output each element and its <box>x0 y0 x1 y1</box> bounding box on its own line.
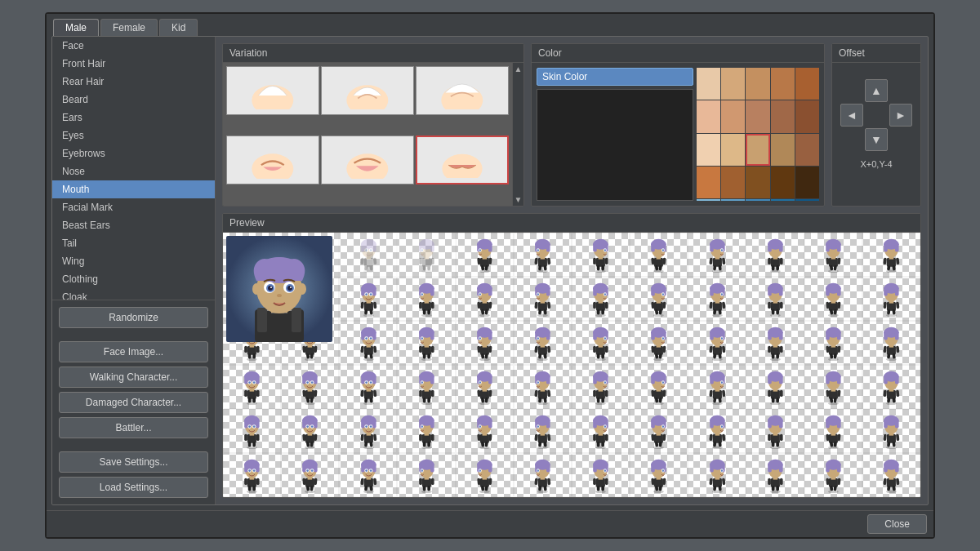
face-image-button[interactable]: Face Image... <box>59 341 208 362</box>
damaged-character-button[interactable]: Damaged Character... <box>59 392 208 413</box>
svg-rect-169 <box>826 242 830 251</box>
color-swatch-18[interactable] <box>771 167 795 198</box>
svg-rect-607 <box>721 389 725 397</box>
close-button[interactable]: Close <box>867 514 927 534</box>
color-swatch-14[interactable] <box>795 134 819 166</box>
color-swatch-23[interactable] <box>771 199 795 201</box>
color-swatch-15[interactable] <box>697 167 720 198</box>
offset-down-button[interactable]: ▼ <box>865 128 888 151</box>
svg-rect-465 <box>771 353 774 358</box>
svg-rect-810 <box>248 486 252 491</box>
tab-kid[interactable]: Kid <box>159 19 198 36</box>
svg-point-123 <box>653 269 664 273</box>
offset-right-button[interactable]: ► <box>889 104 912 127</box>
color-swatch-8[interactable] <box>771 100 795 132</box>
tab-male[interactable]: Male <box>53 19 99 36</box>
variation-scroll-up[interactable]: ▲ <box>514 64 523 73</box>
color-swatch-2[interactable] <box>746 68 769 100</box>
color-swatch-1[interactable] <box>721 68 745 100</box>
color-swatch-21[interactable] <box>721 199 745 201</box>
color-swatch-7[interactable] <box>746 100 769 132</box>
sidebar-item-facial-mark[interactable]: Facial Mark <box>52 198 215 216</box>
svg-point-628 <box>828 402 839 405</box>
svg-rect-960 <box>884 463 888 472</box>
color-swatch-5[interactable] <box>697 100 720 132</box>
svg-point-693 <box>365 425 368 428</box>
variation-cell-2[interactable] <box>321 66 414 115</box>
svg-rect-237 <box>430 287 434 295</box>
variation-cell-3[interactable] <box>416 66 509 115</box>
battler-button[interactable]: Battler... <box>59 417 208 438</box>
load-settings-button[interactable]: Load Settings... <box>59 477 208 498</box>
offset-up-button[interactable]: ▲ <box>865 79 888 102</box>
sprite-cell <box>572 409 630 453</box>
variation-cell-5[interactable] <box>321 136 414 184</box>
sidebar-item-eyes[interactable]: Eyes <box>52 127 215 144</box>
sprite-cell <box>804 277 862 321</box>
offset-left-button[interactable]: ◄ <box>840 104 863 127</box>
bottom-bar: Close <box>47 510 933 537</box>
save-settings-button[interactable]: Save Settings... <box>59 451 208 473</box>
walking-character-button[interactable]: Walking Character... <box>59 367 208 388</box>
sidebar-item-rear-hair[interactable]: Rear Hair <box>52 73 215 91</box>
color-swatch-11[interactable] <box>721 134 745 166</box>
svg-rect-393 <box>430 331 434 340</box>
sidebar-item-tail[interactable]: Tail <box>52 234 215 252</box>
color-swatch-12[interactable] <box>746 134 769 166</box>
svg-point-97 <box>537 269 548 273</box>
svg-point-591 <box>653 402 664 405</box>
variation-scroll-down[interactable]: ▼ <box>514 195 523 204</box>
svg-point-509 <box>305 402 315 405</box>
color-swatch-19[interactable] <box>795 167 819 198</box>
color-swatch-22[interactable] <box>746 199 769 201</box>
main-window: Male Female Kid Face Front Hair Rear Hai… <box>45 12 935 539</box>
color-swatch-16[interactable] <box>721 167 745 198</box>
color-swatch-9[interactable] <box>795 100 819 132</box>
color-dropdown[interactable]: Skin Color <box>537 68 693 86</box>
color-swatch-13[interactable] <box>771 134 795 166</box>
svg-point-240 <box>479 313 490 317</box>
sidebar-item-eyebrows[interactable]: Eyebrows <box>52 144 215 162</box>
sidebar-item-face[interactable]: Face <box>52 37 215 55</box>
svg-point-278 <box>604 293 606 295</box>
sidebar-item-mouth[interactable]: Mouth <box>52 180 215 198</box>
sidebar-item-beast-ears[interactable]: Beast Ears <box>52 216 215 234</box>
svg-point-239 <box>421 293 422 295</box>
svg-rect-887 <box>546 463 550 472</box>
variation-cell-6[interactable] <box>416 136 509 184</box>
color-swatch-0[interactable] <box>697 68 720 100</box>
color-swatch-4[interactable] <box>795 68 819 100</box>
color-swatch-3[interactable] <box>771 68 795 100</box>
color-swatch-6[interactable] <box>721 100 745 132</box>
color-swatch-10[interactable] <box>697 134 720 166</box>
tab-female[interactable]: Female <box>100 19 158 36</box>
svg-rect-329 <box>883 301 887 309</box>
sidebar-item-clothing[interactable]: Clothing <box>52 270 215 288</box>
variation-cell-1[interactable] <box>226 66 319 115</box>
svg-point-916 <box>711 490 722 493</box>
svg-rect-689 <box>361 419 365 428</box>
color-swatch-24[interactable] <box>795 199 819 201</box>
color-swatch-17[interactable] <box>746 167 769 198</box>
randomize-button[interactable]: Randomize <box>59 307 208 328</box>
svg-rect-76 <box>427 265 430 270</box>
svg-point-136 <box>711 269 722 273</box>
svg-rect-493 <box>895 331 899 340</box>
sidebar-item-ears[interactable]: Ears <box>52 109 215 127</box>
sidebar-item-nose[interactable]: Nose <box>52 162 215 180</box>
sprite-cell <box>456 409 514 453</box>
sidebar-item-front-hair[interactable]: Front Hair <box>52 55 215 73</box>
svg-rect-587 <box>593 375 597 384</box>
sidebar-item-beard[interactable]: Beard <box>52 91 215 109</box>
color-swatch-20[interactable] <box>697 199 720 201</box>
svg-point-22 <box>287 286 292 291</box>
sidebar-item-cloak[interactable]: Cloak <box>52 288 215 300</box>
sidebar-item-wing[interactable]: Wing <box>52 252 215 270</box>
svg-rect-158 <box>768 242 772 251</box>
svg-point-109 <box>537 249 539 251</box>
svg-point-708 <box>479 446 490 449</box>
variation-cell-4[interactable] <box>226 136 319 184</box>
svg-point-733 <box>537 425 539 428</box>
svg-rect-543 <box>422 398 425 402</box>
svg-point-663 <box>248 425 251 428</box>
